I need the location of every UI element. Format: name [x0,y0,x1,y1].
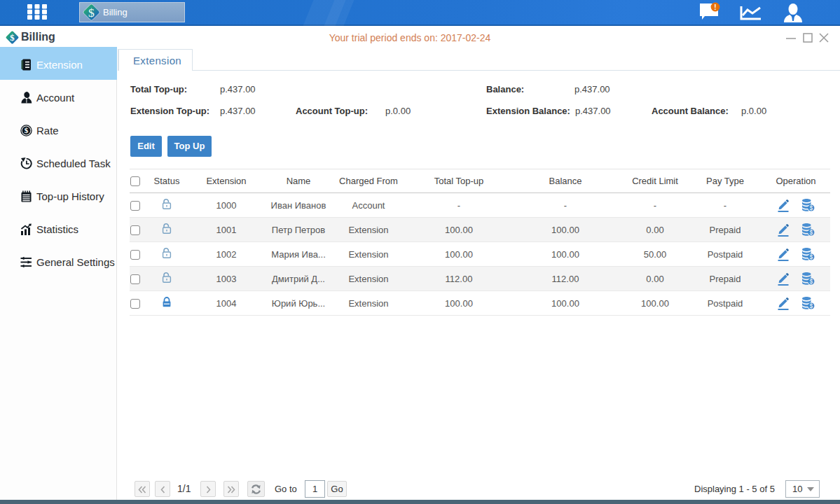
svg-text:$: $ [809,253,813,260]
svg-text:$: $ [809,302,813,309]
svg-text:$: $ [809,278,813,285]
svg-text:$: $ [809,229,813,236]
svg-text:$: $ [809,204,813,211]
svg-text:$: $ [88,6,95,20]
svg-text:!: ! [714,4,716,11]
svg-text:$: $ [25,126,29,134]
